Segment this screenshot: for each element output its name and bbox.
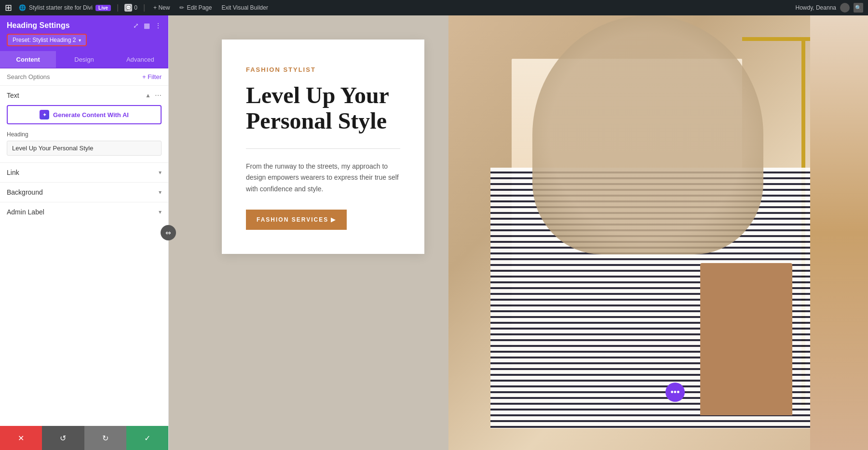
site-link[interactable]: 🌐 Stylist starter site for Divi Live bbox=[19, 4, 111, 11]
hero-divider bbox=[246, 148, 400, 149]
separator-2: | bbox=[143, 3, 145, 12]
background-chevron-icon: ▾ bbox=[159, 189, 162, 196]
top-bar: ⊞ 🌐 Stylist starter site for Divi Live |… bbox=[0, 0, 868, 15]
heading-field-label: Heading bbox=[7, 131, 162, 138]
hero-subtitle: FASHION STYLIST bbox=[246, 66, 400, 73]
hero-title: Level Up Your Personal Style bbox=[246, 83, 400, 134]
sidebar-bottom-toolbar: ✕ ↺ ↻ ✓ bbox=[0, 426, 168, 450]
filter-button[interactable]: + Filter bbox=[142, 73, 162, 80]
live-badge: Live bbox=[95, 5, 111, 11]
undo-icon: ↺ bbox=[60, 434, 66, 443]
link-section-title: Link bbox=[7, 169, 19, 176]
text-section: Text ▲ ⋯ ✦ Generate Content With AI Head… bbox=[0, 86, 168, 162]
preset-chevron-icon: ▾ bbox=[79, 38, 81, 43]
hero-description: From the runway to the streets, my appro… bbox=[246, 161, 400, 195]
text-section-more-icon[interactable]: ⋯ bbox=[155, 92, 162, 99]
fashion-photo bbox=[448, 15, 868, 450]
save-button[interactable]: ✓ bbox=[126, 426, 168, 450]
link-section-header[interactable]: Link ▾ bbox=[0, 163, 168, 182]
leather-bag bbox=[700, 263, 792, 415]
background-section-controls: ▾ bbox=[159, 189, 162, 196]
edit-page-label: Edit Page bbox=[187, 4, 212, 11]
right-edge-image bbox=[810, 15, 868, 450]
tab-design[interactable]: Design bbox=[56, 51, 112, 68]
admin-label-section-title: Admin Label bbox=[7, 208, 44, 216]
filter-label: + Filter bbox=[142, 73, 162, 80]
main-layout: Heading Settings ⤢ ▦ ⋮ Preset: Stylist H… bbox=[0, 15, 868, 450]
header-icons: ⤢ ▦ ⋮ bbox=[133, 22, 162, 29]
comments-item[interactable]: 💬 0 bbox=[124, 4, 137, 12]
cancel-icon: ✕ bbox=[18, 434, 24, 443]
preset-label: Preset: Stylist Heading 2 bbox=[13, 37, 76, 43]
ai-icon: ✦ bbox=[40, 110, 49, 119]
background-section-title: Background bbox=[7, 188, 43, 196]
text-section-title: Text bbox=[7, 92, 19, 99]
howdy-text: Howdy, Deanna bbox=[796, 4, 837, 11]
site-favicon: 🌐 bbox=[19, 4, 26, 11]
sidebar-title-row: Heading Settings ⤢ ▦ ⋮ bbox=[7, 21, 162, 30]
resize-handle[interactable]: ⇔ bbox=[161, 225, 176, 240]
background-right-photo bbox=[448, 15, 868, 450]
search-input[interactable] bbox=[7, 73, 138, 80]
text-chevron-up-icon: ▲ bbox=[145, 92, 151, 99]
site-name: Stylist starter site for Divi bbox=[29, 4, 93, 11]
heading-field-group: Heading bbox=[0, 131, 168, 162]
new-label: + New bbox=[153, 4, 170, 11]
cancel-button[interactable]: ✕ bbox=[0, 426, 42, 450]
fullscreen-icon[interactable]: ⤢ bbox=[133, 22, 139, 29]
more-vert-icon[interactable]: ⋮ bbox=[155, 22, 162, 29]
columns-icon[interactable]: ▦ bbox=[144, 22, 150, 29]
link-section-controls: ▾ bbox=[159, 169, 162, 176]
comment-bubble: 💬 bbox=[124, 4, 132, 12]
more-actions-bubble[interactable]: ••• bbox=[665, 383, 685, 402]
cta-button[interactable]: FASHION SERVICES ▶ bbox=[246, 210, 347, 230]
edit-page-button[interactable]: ✏ Edit Page bbox=[177, 4, 214, 11]
text-section-controls: ▲ ⋯ bbox=[145, 92, 162, 99]
top-bar-right: Howdy, Deanna 🔍 bbox=[796, 3, 864, 13]
ai-generate-button[interactable]: ✦ Generate Content With AI bbox=[7, 105, 162, 124]
sidebar-content: Text ▲ ⋯ ✦ Generate Content With AI Head… bbox=[0, 86, 168, 450]
sidebar-header: Heading Settings ⤢ ▦ ⋮ Preset: Stylist H… bbox=[0, 15, 168, 51]
sidebar-panel: Heading Settings ⤢ ▦ ⋮ Preset: Stylist H… bbox=[0, 15, 169, 450]
hat-brim bbox=[532, 15, 763, 254]
text-section-header[interactable]: Text ▲ ⋯ bbox=[0, 86, 168, 105]
new-button[interactable]: + New bbox=[151, 4, 172, 11]
preset-bar[interactable]: Preset: Stylist Heading 2 ▾ bbox=[7, 34, 87, 46]
panel-title: Heading Settings bbox=[7, 21, 70, 30]
tab-advanced[interactable]: Advanced bbox=[112, 51, 168, 68]
ai-btn-label: Generate Content With AI bbox=[53, 111, 129, 119]
admin-label-chevron-icon: ▾ bbox=[159, 209, 162, 215]
admin-label-section-controls: ▾ bbox=[159, 209, 162, 215]
background-section: Background ▾ bbox=[0, 182, 168, 202]
website-preview: FASHION STYLIST Level Up Your Personal S… bbox=[169, 15, 868, 450]
link-chevron-icon: ▾ bbox=[159, 169, 162, 176]
content-area: FASHION STYLIST Level Up Your Personal S… bbox=[169, 15, 868, 450]
exit-builder-label: Exit Visual Builder bbox=[221, 4, 268, 11]
more-dots-icon: ••• bbox=[671, 387, 680, 397]
heading-input[interactable] bbox=[7, 141, 162, 156]
admin-label-section-header[interactable]: Admin Label ▾ bbox=[0, 202, 168, 222]
exit-builder-button[interactable]: Exit Visual Builder bbox=[219, 4, 271, 11]
comments-count: 0 bbox=[134, 4, 137, 11]
sidebar-tabs: Content Design Advanced bbox=[0, 51, 168, 68]
redo-icon: ↻ bbox=[102, 434, 108, 443]
user-avatar[interactable] bbox=[840, 3, 850, 13]
background-section-header[interactable]: Background ▾ bbox=[0, 183, 168, 202]
undo-button[interactable]: ↺ bbox=[42, 426, 84, 450]
search-icon[interactable]: 🔍 bbox=[854, 3, 863, 13]
search-bar: + Filter bbox=[0, 68, 168, 86]
wordpress-icon[interactable]: ⊞ bbox=[5, 2, 12, 13]
save-icon: ✓ bbox=[144, 434, 150, 443]
cta-label: FASHION SERVICES ▶ bbox=[257, 216, 336, 223]
hero-card: FASHION STYLIST Level Up Your Personal S… bbox=[222, 40, 424, 254]
admin-label-section: Admin Label ▾ bbox=[0, 202, 168, 222]
tab-content[interactable]: Content bbox=[0, 51, 56, 68]
link-section: Link ▾ bbox=[0, 162, 168, 182]
pencil-icon: ✏ bbox=[179, 4, 184, 11]
redo-button[interactable]: ↻ bbox=[84, 426, 126, 450]
separator-1: | bbox=[117, 3, 119, 12]
